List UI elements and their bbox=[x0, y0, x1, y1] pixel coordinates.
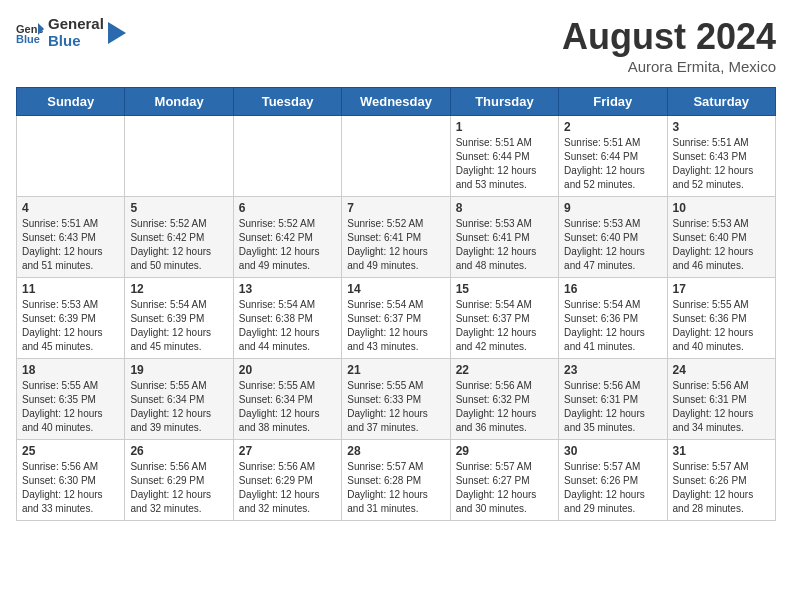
calendar-cell: 19Sunrise: 5:55 AM Sunset: 6:34 PM Dayli… bbox=[125, 359, 233, 440]
day-info: Sunrise: 5:56 AM Sunset: 6:29 PM Dayligh… bbox=[239, 460, 336, 516]
day-number: 16 bbox=[564, 282, 661, 296]
calendar-cell bbox=[125, 116, 233, 197]
calendar-cell: 14Sunrise: 5:54 AM Sunset: 6:37 PM Dayli… bbox=[342, 278, 450, 359]
calendar-week-row: 25Sunrise: 5:56 AM Sunset: 6:30 PM Dayli… bbox=[17, 440, 776, 521]
day-number: 15 bbox=[456, 282, 553, 296]
weekday-header-thursday: Thursday bbox=[450, 88, 558, 116]
day-info: Sunrise: 5:57 AM Sunset: 6:26 PM Dayligh… bbox=[673, 460, 770, 516]
calendar-cell: 12Sunrise: 5:54 AM Sunset: 6:39 PM Dayli… bbox=[125, 278, 233, 359]
day-number: 6 bbox=[239, 201, 336, 215]
day-number: 19 bbox=[130, 363, 227, 377]
weekday-header-friday: Friday bbox=[559, 88, 667, 116]
calendar-week-row: 4Sunrise: 5:51 AM Sunset: 6:43 PM Daylig… bbox=[17, 197, 776, 278]
day-info: Sunrise: 5:51 AM Sunset: 6:43 PM Dayligh… bbox=[22, 217, 119, 273]
day-info: Sunrise: 5:52 AM Sunset: 6:41 PM Dayligh… bbox=[347, 217, 444, 273]
day-number: 21 bbox=[347, 363, 444, 377]
day-number: 27 bbox=[239, 444, 336, 458]
day-number: 4 bbox=[22, 201, 119, 215]
logo-icon: General Blue bbox=[16, 19, 44, 47]
calendar-cell: 7Sunrise: 5:52 AM Sunset: 6:41 PM Daylig… bbox=[342, 197, 450, 278]
title-block: August 2024 Aurora Ermita, Mexico bbox=[562, 16, 776, 75]
day-number: 25 bbox=[22, 444, 119, 458]
day-info: Sunrise: 5:54 AM Sunset: 6:37 PM Dayligh… bbox=[456, 298, 553, 354]
day-info: Sunrise: 5:56 AM Sunset: 6:31 PM Dayligh… bbox=[564, 379, 661, 435]
day-number: 20 bbox=[239, 363, 336, 377]
calendar-cell: 24Sunrise: 5:56 AM Sunset: 6:31 PM Dayli… bbox=[667, 359, 775, 440]
day-info: Sunrise: 5:51 AM Sunset: 6:44 PM Dayligh… bbox=[456, 136, 553, 192]
day-info: Sunrise: 5:55 AM Sunset: 6:36 PM Dayligh… bbox=[673, 298, 770, 354]
calendar-cell: 29Sunrise: 5:57 AM Sunset: 6:27 PM Dayli… bbox=[450, 440, 558, 521]
day-info: Sunrise: 5:56 AM Sunset: 6:30 PM Dayligh… bbox=[22, 460, 119, 516]
calendar-cell: 20Sunrise: 5:55 AM Sunset: 6:34 PM Dayli… bbox=[233, 359, 341, 440]
weekday-header-row: SundayMondayTuesdayWednesdayThursdayFrid… bbox=[17, 88, 776, 116]
day-info: Sunrise: 5:52 AM Sunset: 6:42 PM Dayligh… bbox=[130, 217, 227, 273]
day-number: 5 bbox=[130, 201, 227, 215]
calendar-cell bbox=[342, 116, 450, 197]
day-number: 7 bbox=[347, 201, 444, 215]
day-number: 30 bbox=[564, 444, 661, 458]
day-info: Sunrise: 5:56 AM Sunset: 6:31 PM Dayligh… bbox=[673, 379, 770, 435]
day-number: 24 bbox=[673, 363, 770, 377]
day-info: Sunrise: 5:56 AM Sunset: 6:32 PM Dayligh… bbox=[456, 379, 553, 435]
day-info: Sunrise: 5:51 AM Sunset: 6:44 PM Dayligh… bbox=[564, 136, 661, 192]
day-info: Sunrise: 5:53 AM Sunset: 6:41 PM Dayligh… bbox=[456, 217, 553, 273]
logo-general-text: General bbox=[48, 16, 104, 33]
calendar-body: 1Sunrise: 5:51 AM Sunset: 6:44 PM Daylig… bbox=[17, 116, 776, 521]
calendar-table: SundayMondayTuesdayWednesdayThursdayFrid… bbox=[16, 87, 776, 521]
day-info: Sunrise: 5:53 AM Sunset: 6:40 PM Dayligh… bbox=[564, 217, 661, 273]
calendar-cell: 17Sunrise: 5:55 AM Sunset: 6:36 PM Dayli… bbox=[667, 278, 775, 359]
day-info: Sunrise: 5:55 AM Sunset: 6:34 PM Dayligh… bbox=[239, 379, 336, 435]
day-info: Sunrise: 5:56 AM Sunset: 6:29 PM Dayligh… bbox=[130, 460, 227, 516]
calendar-cell: 10Sunrise: 5:53 AM Sunset: 6:40 PM Dayli… bbox=[667, 197, 775, 278]
calendar-cell: 22Sunrise: 5:56 AM Sunset: 6:32 PM Dayli… bbox=[450, 359, 558, 440]
day-number: 22 bbox=[456, 363, 553, 377]
calendar-cell: 6Sunrise: 5:52 AM Sunset: 6:42 PM Daylig… bbox=[233, 197, 341, 278]
day-info: Sunrise: 5:55 AM Sunset: 6:35 PM Dayligh… bbox=[22, 379, 119, 435]
calendar-cell: 2Sunrise: 5:51 AM Sunset: 6:44 PM Daylig… bbox=[559, 116, 667, 197]
day-info: Sunrise: 5:53 AM Sunset: 6:40 PM Dayligh… bbox=[673, 217, 770, 273]
day-number: 12 bbox=[130, 282, 227, 296]
calendar-cell: 27Sunrise: 5:56 AM Sunset: 6:29 PM Dayli… bbox=[233, 440, 341, 521]
calendar-cell: 31Sunrise: 5:57 AM Sunset: 6:26 PM Dayli… bbox=[667, 440, 775, 521]
calendar-cell: 28Sunrise: 5:57 AM Sunset: 6:28 PM Dayli… bbox=[342, 440, 450, 521]
day-number: 8 bbox=[456, 201, 553, 215]
day-number: 11 bbox=[22, 282, 119, 296]
day-number: 26 bbox=[130, 444, 227, 458]
weekday-header-saturday: Saturday bbox=[667, 88, 775, 116]
calendar-cell: 25Sunrise: 5:56 AM Sunset: 6:30 PM Dayli… bbox=[17, 440, 125, 521]
calendar-cell: 26Sunrise: 5:56 AM Sunset: 6:29 PM Dayli… bbox=[125, 440, 233, 521]
svg-marker-4 bbox=[108, 22, 126, 44]
calendar-week-row: 11Sunrise: 5:53 AM Sunset: 6:39 PM Dayli… bbox=[17, 278, 776, 359]
calendar-cell: 15Sunrise: 5:54 AM Sunset: 6:37 PM Dayli… bbox=[450, 278, 558, 359]
calendar-header: SundayMondayTuesdayWednesdayThursdayFrid… bbox=[17, 88, 776, 116]
day-info: Sunrise: 5:54 AM Sunset: 6:36 PM Dayligh… bbox=[564, 298, 661, 354]
logo: General Blue General Blue bbox=[16, 16, 126, 49]
day-number: 18 bbox=[22, 363, 119, 377]
day-number: 9 bbox=[564, 201, 661, 215]
day-number: 10 bbox=[673, 201, 770, 215]
logo-arrow-icon bbox=[108, 22, 126, 44]
day-info: Sunrise: 5:55 AM Sunset: 6:34 PM Dayligh… bbox=[130, 379, 227, 435]
calendar-week-row: 18Sunrise: 5:55 AM Sunset: 6:35 PM Dayli… bbox=[17, 359, 776, 440]
calendar-cell: 8Sunrise: 5:53 AM Sunset: 6:41 PM Daylig… bbox=[450, 197, 558, 278]
calendar-cell bbox=[17, 116, 125, 197]
day-info: Sunrise: 5:54 AM Sunset: 6:37 PM Dayligh… bbox=[347, 298, 444, 354]
day-number: 31 bbox=[673, 444, 770, 458]
day-number: 23 bbox=[564, 363, 661, 377]
weekday-header-monday: Monday bbox=[125, 88, 233, 116]
weekday-header-sunday: Sunday bbox=[17, 88, 125, 116]
day-info: Sunrise: 5:55 AM Sunset: 6:33 PM Dayligh… bbox=[347, 379, 444, 435]
calendar-cell: 18Sunrise: 5:55 AM Sunset: 6:35 PM Dayli… bbox=[17, 359, 125, 440]
calendar-cell: 9Sunrise: 5:53 AM Sunset: 6:40 PM Daylig… bbox=[559, 197, 667, 278]
day-info: Sunrise: 5:54 AM Sunset: 6:39 PM Dayligh… bbox=[130, 298, 227, 354]
day-info: Sunrise: 5:57 AM Sunset: 6:26 PM Dayligh… bbox=[564, 460, 661, 516]
calendar-cell: 21Sunrise: 5:55 AM Sunset: 6:33 PM Dayli… bbox=[342, 359, 450, 440]
calendar-cell: 13Sunrise: 5:54 AM Sunset: 6:38 PM Dayli… bbox=[233, 278, 341, 359]
day-number: 2 bbox=[564, 120, 661, 134]
calendar-cell: 30Sunrise: 5:57 AM Sunset: 6:26 PM Dayli… bbox=[559, 440, 667, 521]
day-info: Sunrise: 5:52 AM Sunset: 6:42 PM Dayligh… bbox=[239, 217, 336, 273]
day-number: 13 bbox=[239, 282, 336, 296]
page-header: General Blue General Blue August 2024 Au… bbox=[16, 16, 776, 75]
day-number: 1 bbox=[456, 120, 553, 134]
day-info: Sunrise: 5:54 AM Sunset: 6:38 PM Dayligh… bbox=[239, 298, 336, 354]
